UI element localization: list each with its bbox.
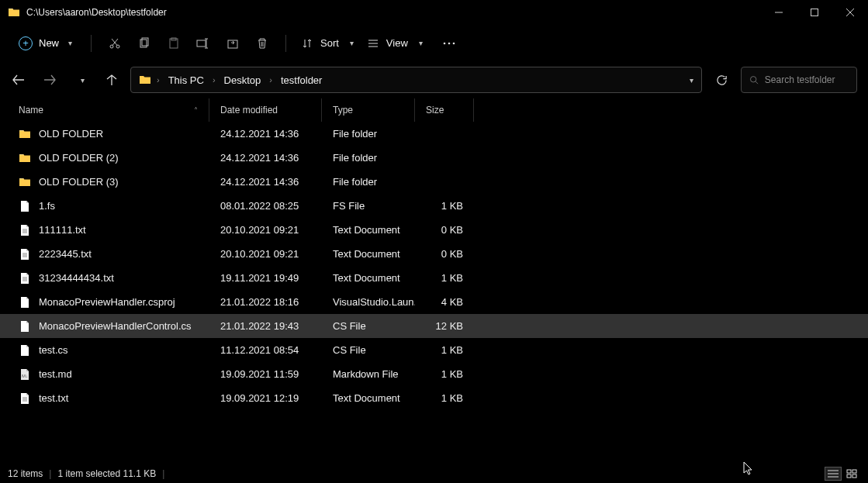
file-row[interactable]: MonacoPreviewHandler.csproj21.01.2022 18…: [0, 290, 868, 314]
file-row[interactable]: 1.fs08.01.2022 08:25FS File1 KB: [0, 194, 868, 218]
search-box[interactable]: [741, 67, 857, 93]
file-name: 111111.txt: [39, 224, 86, 236]
sort-button[interactable]: Sort ▾: [297, 37, 358, 49]
file-date: 08.01.2022 08:25: [209, 200, 322, 212]
column-headers: Name˄ Date modified Type Size: [0, 98, 868, 122]
plus-icon: +: [19, 36, 33, 50]
back-button[interactable]: [6, 67, 31, 92]
cut-button[interactable]: [102, 31, 127, 56]
address-bar[interactable]: › This PC › Desktop › testfolder ▾: [130, 67, 702, 93]
separator: [91, 35, 92, 52]
file-icon: [19, 200, 31, 212]
file-row[interactable]: 31234444434.txt19.11.2021 19:49Text Docu…: [0, 266, 868, 290]
file-row[interactable]: OLD FOLDER (2)24.12.2021 14:36File folde…: [0, 146, 868, 170]
up-button[interactable]: [99, 67, 124, 92]
file-icon: [19, 272, 31, 285]
forward-button[interactable]: [37, 67, 62, 92]
file-row[interactable]: test.cs11.12.2021 08:54CS File1 KB: [0, 338, 868, 362]
svg-point-23: [750, 77, 756, 82]
paste-button[interactable]: [161, 31, 186, 56]
column-date[interactable]: Date modified: [209, 98, 322, 122]
file-name: MonacoPreviewHandlerControl.cs: [39, 320, 192, 332]
file-size: 1 KB: [415, 344, 474, 356]
file-name: test.cs: [39, 344, 68, 356]
file-date: 20.10.2021 09:21: [209, 224, 322, 236]
share-button[interactable]: [220, 31, 245, 56]
file-type: Markdown File: [322, 368, 415, 380]
window-title: C:\Users\aaron\Desktop\testfolder: [26, 7, 761, 18]
column-size[interactable]: Size: [415, 98, 474, 122]
view-icon: [368, 38, 379, 49]
folder-icon: [19, 176, 31, 188]
rename-button[interactable]: [191, 31, 216, 56]
file-size: 0 KB: [415, 248, 474, 260]
search-icon: [749, 74, 759, 85]
file-name: OLD FOLDER: [39, 128, 103, 140]
copy-button[interactable]: [132, 31, 157, 56]
title-bar: C:\Users\aaron\Desktop\testfolder: [0, 0, 868, 25]
file-date: 24.12.2021 14:36: [209, 152, 322, 164]
chevron-down-icon: ▾: [81, 76, 85, 85]
status-bar: 12 items | 1 item selected 11.1 KB |: [0, 464, 868, 483]
file-icon: [19, 224, 31, 236]
file-row[interactable]: MonacoPreviewHandlerControl.cs21.01.2022…: [0, 314, 868, 338]
svg-point-20: [444, 42, 446, 44]
column-type[interactable]: Type: [322, 98, 415, 122]
file-size: 1 KB: [415, 392, 474, 404]
file-icon: [19, 296, 31, 309]
chevron-down-icon: ▾: [419, 39, 423, 47]
file-date: 21.01.2022 19:43: [209, 320, 322, 332]
file-type: FS File: [322, 200, 415, 212]
chevron-down-icon[interactable]: ▾: [690, 76, 693, 85]
file-size: 1 KB: [415, 272, 474, 284]
file-type: CS File: [322, 320, 415, 332]
file-type: Text Document: [322, 392, 415, 404]
file-name: 1.fs: [39, 200, 55, 212]
svg-line-24: [756, 81, 758, 84]
file-size: 12 KB: [415, 320, 474, 332]
minimize-button[interactable]: [761, 0, 797, 25]
refresh-button[interactable]: [708, 67, 735, 93]
file-icon: [19, 392, 31, 405]
breadcrumb-item[interactable]: testfolder: [278, 74, 325, 86]
file-row[interactable]: M↓test.md19.09.2021 11:59Markdown File1 …: [0, 362, 868, 386]
details-view-button[interactable]: [825, 467, 842, 481]
svg-line-6: [112, 39, 118, 46]
file-type: CS File: [322, 344, 415, 356]
svg-point-21: [448, 42, 451, 44]
navigation-row: ▾ › This PC › Desktop › testfolder ▾: [0, 61, 868, 98]
view-button[interactable]: View ▾: [363, 37, 427, 49]
search-input[interactable]: [765, 74, 849, 85]
more-button[interactable]: [437, 31, 462, 56]
column-name[interactable]: Name˄: [8, 98, 209, 122]
file-name: test.md: [39, 368, 72, 380]
file-type: VisualStudio.Laun...: [322, 296, 415, 308]
thumbnails-view-button[interactable]: [843, 467, 860, 481]
delete-button[interactable]: [250, 31, 275, 56]
view-label: View: [386, 37, 408, 49]
file-type: File folder: [322, 128, 415, 140]
file-row[interactable]: OLD FOLDER (3)24.12.2021 14:36File folde…: [0, 170, 868, 194]
file-date: 19.09.2021 11:59: [209, 368, 322, 380]
svg-rect-12: [197, 40, 206, 47]
separator: [285, 35, 286, 52]
new-button[interactable]: + New ▾: [11, 30, 80, 57]
recent-button[interactable]: ▾: [68, 67, 93, 92]
file-date: 20.10.2021 09:21: [209, 248, 322, 260]
file-size: 4 KB: [415, 296, 474, 308]
file-row[interactable]: 2223445.txt20.10.2021 09:21Text Document…: [0, 242, 868, 266]
chevron-down-icon: ▾: [68, 39, 72, 47]
file-name: MonacoPreviewHandler.csproj: [39, 296, 175, 308]
svg-rect-44: [852, 474, 856, 478]
breadcrumb-item[interactable]: This PC: [165, 74, 207, 86]
breadcrumb-item[interactable]: Desktop: [221, 74, 265, 86]
maximize-button[interactable]: [797, 0, 832, 25]
close-button[interactable]: [832, 0, 868, 25]
svg-rect-42: [852, 470, 856, 473]
file-row[interactable]: OLD FOLDER24.12.2021 14:36File folder: [0, 122, 868, 146]
file-type: File folder: [322, 152, 415, 164]
file-icon: [19, 320, 31, 333]
file-row[interactable]: test.txt19.09.2021 12:19Text Document1 K…: [0, 386, 868, 410]
file-size: 0 KB: [415, 224, 474, 236]
file-row[interactable]: 111111.txt20.10.2021 09:21Text Document0…: [0, 218, 868, 242]
